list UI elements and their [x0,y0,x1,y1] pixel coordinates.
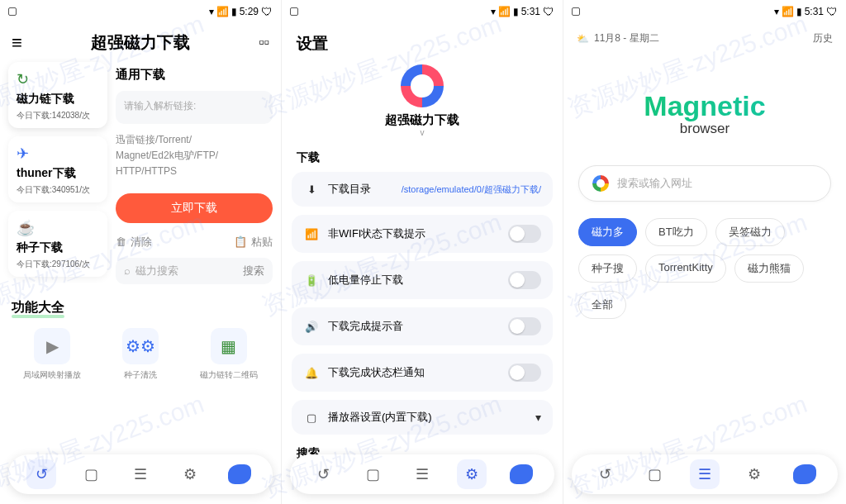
card-sub: 今日下载:297106/次 [17,259,99,270]
date-label: ⛅11月8 - 星期二 [577,31,659,45]
search-icon: ⌕ [124,264,131,277]
func-seed-clean[interactable]: ⚙⚙种子清洗 [103,328,178,381]
refresh-icon: ↻ [17,70,99,88]
row-player[interactable]: ▢播放器设置(内置下载)▾ [292,400,553,435]
nav-settings[interactable]: ⚙ [175,459,205,489]
thunder-icon: ✈ [17,145,99,163]
chevron-down-icon: ▾ [535,411,541,424]
download-button[interactable]: 立即下载 [116,193,273,223]
nav-tabs[interactable]: ☰ [126,459,155,489]
logo-line1: Magnetic [563,90,846,122]
google-icon [592,175,609,192]
chip[interactable]: 吴签磁力 [715,218,785,246]
clock: 5:31 [805,6,824,17]
nav-tv[interactable]: ▢ [358,459,387,489]
weather-icon: ⛅ [577,33,589,45]
battery-icon: ▮ [231,6,237,17]
toggle[interactable] [508,271,541,289]
search-placeholder: 搜索或输入网址 [617,176,692,191]
wifi-icon: ▾ [491,6,496,17]
download-path: /storage/emulated/0/超强磁力下载/ [402,183,541,196]
general-title: 通用下载 [116,67,273,83]
search-placeholder: 磁力搜索 [135,264,178,278]
app-version: v [282,128,563,137]
row-notification[interactable]: 🔔下载完成状态栏通知 [292,354,553,392]
screen-browser: ▾ 📶 ▮ 5:31 🛡 ⛅11月8 - 星期二 历史 Magnetic bro… [563,0,846,504]
func-magnet-qr[interactable]: ▦磁力链转二维码 [192,328,266,381]
app-header: ≡ 超强磁力下载 ▫▫ [0,23,281,62]
chip-active[interactable]: 磁力多 [578,218,637,246]
signal-icon: 📶 [782,6,794,17]
wifi-icon: ▾ [209,6,214,17]
chip[interactable]: 磁力熊猫 [734,254,804,283]
clear-button[interactable]: 🗑清除 [116,235,152,250]
paste-button[interactable]: 📋粘贴 [234,235,273,250]
battery-icon: ▮ [513,6,519,17]
bottom-nav: ↺ ▢ ☰ ⚙ [572,454,838,494]
nav-profile[interactable] [790,459,820,489]
signal-icon: 📶 [216,6,229,17]
nav-profile[interactable] [225,459,254,489]
card-title: thuner下载 [17,166,99,181]
toggle[interactable] [508,317,541,335]
status-bar: ▾ 📶 ▮ 5:31 🛡 [282,0,563,23]
row-sound[interactable]: 🔊下载完成提示音 [292,307,553,345]
nav-tv[interactable]: ▢ [76,459,106,489]
app-status-icon [572,7,580,16]
search-button[interactable]: 搜索 [243,264,264,278]
search-bar[interactable]: 搜索或输入网址 [578,165,831,202]
nav-profile[interactable] [506,459,536,489]
page-title: 超强磁力下载 [91,31,190,54]
card-seed[interactable]: ☕ 种子下载 今日下载:297106/次 [8,211,107,277]
toggle[interactable] [508,364,541,382]
settings-list: ⬇下载目录/storage/emulated/0/超强磁力下载/ 📶非WIFI状… [282,172,563,435]
screen-settings: ▾ 📶 ▮ 5:31 🛡 设置 超强磁力下载 v 下载 ⬇下载目录/storag… [282,0,563,504]
chip-list: 磁力多 BT吃力 吴签磁力 种子搜 TorrentKitty 磁力熊猫 全部 [563,202,846,319]
app-info: 超强磁力下载 v [282,59,563,139]
link-input[interactable]: 请输入解析链接: [116,91,273,124]
nav-settings[interactable]: ⚙ [739,459,769,489]
card-title: 种子下载 [17,240,99,255]
download-icon: ⬇ [303,183,320,196]
nav-home[interactable]: ↺ [590,459,620,489]
row-download-dir[interactable]: ⬇下载目录/storage/emulated/0/超强磁力下载/ [292,172,553,207]
chip[interactable]: 全部 [578,291,626,319]
func-lan-play[interactable]: ▶局域网映射播放 [15,328,89,381]
status-bar: ▾ 📶 ▮ 5:29 🛡 [0,0,281,23]
shield-icon: 🛡 [826,5,838,18]
wifi-icon: ▾ [774,6,779,17]
battery-icon: ▮ [796,6,802,17]
browser-logo: Magnetic browser [563,90,846,137]
card-sub: 今日下载:142038/次 [17,110,99,121]
bottom-nav: ↺ ▢ ☰ ⚙ [8,454,273,494]
nav-tv[interactable]: ▢ [640,459,670,489]
row-wifi-warn[interactable]: 📶非WIFI状态下载提示 [292,215,553,253]
chip[interactable]: BT吃力 [645,218,707,246]
row-low-battery[interactable]: 🔋低电量停止下载 [292,261,553,299]
nav-home[interactable]: ↺ [308,459,338,489]
download-type-list: ↻ 磁力链下载 今日下载:142038/次 ✈ thuner下载 今日下载:34… [8,62,107,284]
menu-icon[interactable]: ≡ [12,32,22,54]
sound-icon: 🔊 [303,321,320,333]
grid-icon[interactable]: ▫▫ [259,34,269,51]
chip[interactable]: TorrentKitty [645,254,726,283]
protocol-hint: 迅雷链接/Torrent/ Magnet/Ed2k电驴/FTP/ HTTP/HT… [116,132,273,180]
app-logo [401,64,444,107]
toggle[interactable] [508,225,541,243]
history-button[interactable]: 历史 [813,31,833,45]
nav-home[interactable]: ↺ [26,459,56,489]
chip[interactable]: 种子搜 [578,254,637,283]
shield-icon: 🛡 [261,5,273,18]
functions-grid: ▶局域网映射播放 ⚙⚙种子清洗 ▦磁力链转二维码 [0,323,281,381]
card-sub: 今日下载:340951/次 [17,184,99,196]
app-name: 超强磁力下载 [282,112,563,128]
nav-settings[interactable]: ⚙ [457,459,487,489]
status-bar: ▾ 📶 ▮ 5:31 🛡 [563,0,846,23]
magnet-search[interactable]: ⌕ 磁力搜索 搜索 [116,258,273,284]
nav-tabs[interactable]: ☰ [407,459,437,489]
card-magnet[interactable]: ↻ 磁力链下载 今日下载:142038/次 [8,62,107,128]
qr-icon: ▦ [211,328,247,364]
card-thunder[interactable]: ✈ thuner下载 今日下载:340951/次 [8,136,107,202]
play-icon: ▶ [34,328,70,364]
nav-tabs[interactable]: ☰ [690,459,720,489]
